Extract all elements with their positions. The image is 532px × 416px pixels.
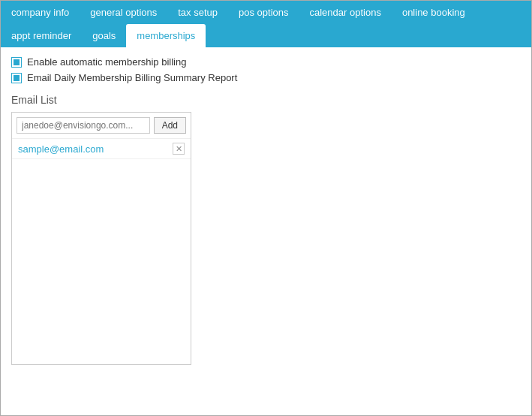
- checkbox-row-1: Enable automatic membership billing: [11, 56, 521, 68]
- email-input[interactable]: [17, 117, 150, 134]
- nav-memberships[interactable]: memberships: [126, 24, 206, 47]
- email-address: sample@email.com: [18, 143, 104, 155]
- checkbox-auto-billing-label: Enable automatic membership billing: [27, 56, 186, 68]
- add-email-button[interactable]: Add: [154, 117, 186, 134]
- nav-tax-setup[interactable]: tax setup: [167, 1, 228, 24]
- checkbox-auto-billing[interactable]: [11, 57, 22, 68]
- email-list-body: sample@email.com ✕: [12, 139, 191, 364]
- email-row: sample@email.com ✕: [12, 139, 191, 159]
- email-list-title: Email List: [11, 94, 521, 106]
- nav-goals[interactable]: goals: [82, 24, 126, 47]
- main-window: company info general options tax setup p…: [0, 0, 532, 416]
- nav-calendar-options[interactable]: calendar options: [299, 1, 392, 24]
- nav-company-info[interactable]: company info: [1, 1, 80, 24]
- checkbox-email-daily-label: Email Daily Membership Billing Summary R…: [27, 72, 237, 83]
- remove-email-button[interactable]: ✕: [173, 143, 185, 155]
- checkbox-email-daily[interactable]: [11, 73, 22, 83]
- nav-pos-options[interactable]: pos options: [228, 1, 299, 24]
- nav-row-1: company info general options tax setup p…: [1, 1, 476, 24]
- navigation-bar: company info general options tax setup p…: [1, 1, 531, 47]
- checkbox-row-2: Email Daily Membership Billing Summary R…: [11, 72, 521, 83]
- main-content: Enable automatic membership billing Emai…: [1, 47, 531, 415]
- email-list-container: Add sample@email.com ✕: [11, 112, 191, 365]
- nav-general-options[interactable]: general options: [80, 1, 167, 24]
- nav-online-booking[interactable]: online booking: [392, 1, 476, 24]
- nav-appt-reminder[interactable]: appt reminder: [1, 24, 82, 47]
- nav-row-2: appt reminder goals memberships: [1, 24, 206, 47]
- email-input-row: Add: [12, 113, 191, 139]
